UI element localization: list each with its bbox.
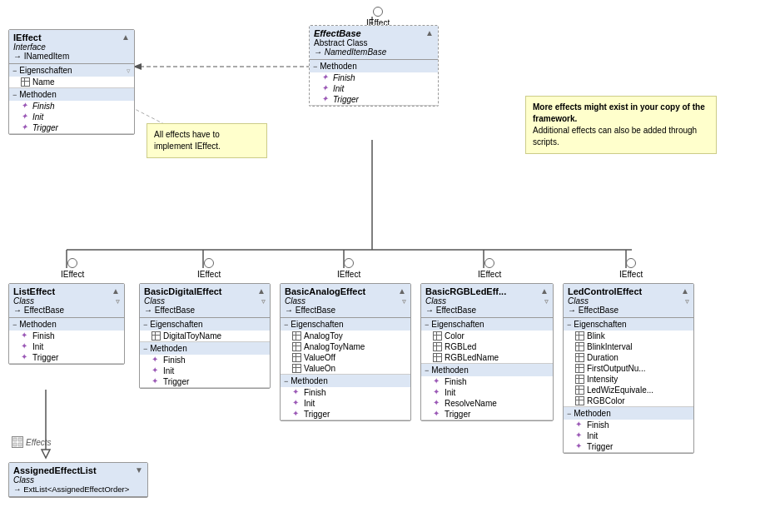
collapse-icon: −	[143, 321, 147, 329]
class-header: LedControlEffect Class → EffectBase ▲ ▿	[564, 284, 693, 318]
class-listeffect: ListEffect Class → EffectBase ▲ ▿ − Meth…	[8, 283, 125, 365]
list-item: ValueOn	[281, 363, 410, 374]
collapse-icon: −	[313, 62, 317, 71]
section-header[interactable]: − Eigenschaften	[421, 318, 553, 331]
section-header[interactable]: − Eigenschaften	[140, 318, 270, 331]
collapse-icon[interactable]: ▲	[122, 32, 130, 42]
section-header[interactable]: − Methoden	[564, 407, 693, 420]
class-name: EffectBase	[314, 28, 422, 38]
item-name: Trigger	[163, 377, 189, 386]
method-icon	[575, 431, 584, 440]
list-item: RGBLedName	[421, 352, 553, 363]
list-item: Finish	[421, 376, 553, 387]
method-icon	[292, 388, 301, 397]
interface-circle	[67, 258, 77, 268]
method-icon	[433, 410, 442, 419]
list-item: Trigger	[140, 376, 270, 387]
list-item: AnalogToyName	[281, 341, 410, 352]
filter-icon[interactable]: ▿	[685, 297, 689, 306]
filter-icon[interactable]: ▿	[402, 297, 406, 306]
section-header[interactable]: − Methoden	[310, 60, 438, 72]
method-icon	[292, 399, 301, 408]
method-icon	[321, 73, 330, 82]
section-header[interactable]: − Methoden	[281, 375, 410, 387]
svg-rect-17	[18, 443, 22, 446]
item-name: Trigger	[445, 410, 470, 419]
collapse-icon[interactable]: ▲	[425, 28, 434, 37]
list-item: Color	[421, 331, 553, 341]
section-label: Methoden	[574, 409, 610, 418]
item-name: Trigger	[32, 353, 58, 362]
class-name: ListEffect	[13, 286, 108, 296]
section-methoden: − Methoden Finish Init Trigger	[281, 375, 410, 420]
filter-icon[interactable]: ▿	[116, 297, 120, 306]
class-stereotype: Class	[13, 475, 132, 485]
item-name: RGBLed	[445, 342, 476, 351]
section-header[interactable]: − Methoden	[421, 364, 553, 376]
property-icon	[575, 375, 584, 384]
section-label: Methoden	[19, 320, 56, 329]
filter-icon[interactable]: ▿	[261, 297, 266, 306]
class-header-effectbase: EffectBase Abstract Class → NamedItemBas…	[310, 26, 438, 60]
method-icon	[152, 377, 161, 386]
collapse-icon[interactable]: ▲	[257, 286, 266, 296]
collapse-icon[interactable]: ▲	[681, 286, 689, 296]
item-name: Init	[163, 366, 174, 375]
class-name: BasicDigitalEffect	[144, 286, 254, 296]
method-icon	[433, 388, 442, 397]
collapse-icon[interactable]: ▲	[540, 286, 549, 296]
section-header[interactable]: − Eigenschaften	[564, 318, 693, 331]
interface-ieffect-basicanalog: IEffect	[337, 258, 360, 279]
class-stereotype: Class	[568, 296, 678, 306]
item-name: ValueOff	[304, 353, 335, 362]
section-header[interactable]: − Methoden	[140, 342, 270, 355]
collapse-icon: −	[12, 67, 17, 75]
property-icon	[575, 364, 584, 373]
section-label: Methoden	[320, 62, 356, 71]
collapse-icon[interactable]: ▲	[398, 286, 406, 296]
section-header[interactable]: − Eigenschaften ▿	[9, 64, 134, 77]
list-item: LedWizEquivale...	[564, 385, 693, 395]
list-item: Blink	[564, 331, 693, 341]
property-icon	[575, 331, 584, 341]
svg-rect-14	[13, 438, 17, 441]
section-header[interactable]: − Eigenschaften	[281, 318, 410, 331]
class-parent: → EffectBase	[13, 306, 108, 315]
item-name: Name	[32, 77, 55, 87]
collapse-icon[interactable]: ▲	[112, 286, 120, 296]
section-label: Eigenschaften	[19, 66, 72, 75]
class-parent: → INamedItem	[13, 52, 118, 61]
class-ieffect: IEffect Interface → INamedItem ▲ − Eigen…	[8, 29, 135, 135]
section-header[interactable]: − Methoden	[9, 88, 134, 101]
property-icon	[152, 331, 161, 341]
section-label: Eigenschaften	[150, 320, 202, 329]
section-label: Eigenschaften	[431, 320, 484, 329]
class-name: BasicAnalogEffect	[285, 286, 395, 296]
collapse-icon[interactable]: ▼	[135, 465, 143, 475]
item-name: RGBColor	[587, 396, 625, 405]
class-name: BasicRGBLedEff...	[425, 286, 537, 296]
section-header[interactable]: − Methoden	[9, 318, 124, 331]
interface-circle	[373, 7, 383, 17]
list-item: RGBColor	[564, 395, 693, 406]
note-text-bold: More effects might exist in your copy of…	[533, 102, 705, 123]
filter-icon: ▿	[127, 67, 131, 75]
item-name: Init	[304, 399, 315, 408]
item-name: AnalogToyName	[304, 342, 365, 351]
effects-label-container: Effects	[12, 436, 52, 448]
collapse-icon: −	[284, 377, 288, 385]
item-name: Duration	[587, 353, 619, 362]
method-icon	[21, 353, 30, 362]
filter-icon[interactable]: ▿	[544, 297, 549, 306]
item-name: Color	[445, 331, 465, 341]
collapse-icon: −	[12, 91, 17, 99]
list-item: DigitalToyName	[140, 331, 270, 341]
item-name: Trigger	[32, 123, 58, 132]
section-eigenschaften: − Eigenschaften ▿ Name	[9, 64, 134, 88]
svg-rect-15	[18, 438, 22, 441]
item-name: Init	[445, 388, 455, 397]
item-name: DigitalToyName	[163, 331, 221, 341]
class-parent: → NamedItemBase	[314, 47, 422, 57]
method-icon	[152, 366, 161, 375]
class-header-ieffect: IEffect Interface → INamedItem ▲	[9, 30, 134, 64]
